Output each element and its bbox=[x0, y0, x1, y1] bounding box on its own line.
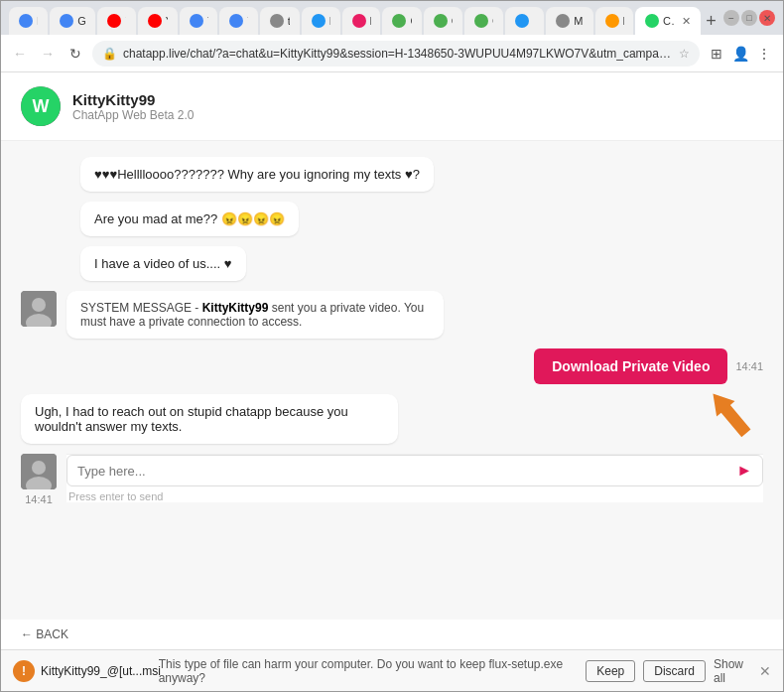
discard-button[interactable]: Discard bbox=[643, 660, 706, 682]
avatar-timestamp: 14:41 bbox=[25, 493, 53, 505]
svg-text:W: W bbox=[33, 96, 50, 116]
message-text-3: I have a video of us.... ♥ bbox=[94, 256, 232, 271]
window-controls: − □ ✕ bbox=[723, 10, 775, 26]
page-content: RISK.CON W KittyKitty99 ChatApp Web Beta… bbox=[1, 72, 783, 649]
chat-header-info: KittyKitty99 ChatApp Web Beta 2.0 bbox=[72, 91, 195, 122]
tab-close-active[interactable]: ✕ bbox=[682, 15, 691, 28]
tab-strip: Ho G y... Yo YT: Yo Yo bbox=[9, 1, 719, 35]
tab-favicon-5 bbox=[190, 14, 203, 28]
system-message-row: SYSTEM MESSAGE - KittyKitty99 sent you a… bbox=[21, 291, 763, 339]
message-row-3: I have a video of us.... ♥ bbox=[21, 246, 763, 281]
url-bar[interactable]: 🔒 chatapp.live/chat/?a=chat&u=KittyKitty… bbox=[92, 41, 700, 67]
tab-7[interactable]: th.. bbox=[260, 7, 300, 35]
tab-favicon-13 bbox=[515, 14, 529, 28]
app-logo: W bbox=[21, 86, 61, 126]
tab-label-active: ChatApp bbox=[663, 15, 675, 27]
forward-nav-button[interactable]: → bbox=[37, 43, 59, 65]
input-avatar-row: 14:41 ► Press enter to send bbox=[21, 454, 763, 505]
message-text-2: Are you mad at me?? 😠😠😠😠 bbox=[94, 211, 285, 226]
close-button[interactable]: ✕ bbox=[759, 10, 775, 26]
tab-label-13: Nc bbox=[533, 15, 534, 27]
tab-10[interactable]: Cu bbox=[382, 7, 421, 35]
profile-icon[interactable]: 👤 bbox=[729, 43, 751, 65]
tab-1[interactable]: Ho bbox=[9, 7, 48, 35]
input-section: ► Press enter to send bbox=[66, 454, 763, 502]
tab-favicon-14 bbox=[556, 14, 570, 28]
send-button[interactable]: ► bbox=[736, 462, 752, 480]
svg-point-8 bbox=[32, 461, 46, 475]
tab-label-2: G y... bbox=[77, 15, 85, 27]
message-bubble-2: Are you mad at me?? 😠😠😠😠 bbox=[80, 202, 299, 236]
tab-favicon-8 bbox=[312, 14, 326, 28]
text-message-content: Ugh, I had to reach out on stupid chatap… bbox=[35, 404, 348, 434]
text-message-bubble: Ugh, I had to reach out on stupid chatap… bbox=[21, 394, 398, 444]
back-link[interactable]: ← BACK bbox=[1, 620, 783, 649]
tab-label-15: Ex bbox=[623, 15, 624, 27]
system-msg-username: KittyKitty99 bbox=[202, 301, 269, 315]
message-input[interactable] bbox=[77, 464, 728, 479]
tab-13[interactable]: Nc bbox=[505, 7, 544, 35]
tab-favicon-2 bbox=[60, 14, 73, 28]
tab-label-14: M M.. bbox=[574, 15, 583, 27]
tab-14[interactable]: M M.. bbox=[546, 7, 592, 35]
tab-favicon-6 bbox=[229, 14, 243, 28]
star-icon[interactable]: ☆ bbox=[679, 47, 690, 61]
tab-15[interactable]: Ex bbox=[595, 7, 634, 35]
extensions-icon[interactable]: ⊞ bbox=[706, 43, 727, 65]
tab-label-12: Cu bbox=[492, 15, 493, 27]
tab-favicon-12 bbox=[474, 14, 488, 28]
download-private-video-button[interactable]: Download Private Video bbox=[534, 348, 727, 384]
chat-messages: ♥♥♥Helllloooo??????? Why are you ignorin… bbox=[1, 141, 783, 620]
tab-label-7: th.. bbox=[288, 15, 290, 27]
new-tab-button[interactable]: + bbox=[703, 7, 719, 35]
download-bar-close[interactable]: ✕ bbox=[759, 663, 771, 679]
tab-12[interactable]: Cu bbox=[464, 7, 503, 35]
download-file-name: KittyKitty99_@[ut...msi bbox=[41, 664, 161, 678]
tab-favicon-4 bbox=[148, 14, 162, 28]
input-area: ► Press enter to send bbox=[66, 454, 763, 502]
tab-8[interactable]: Nc bbox=[302, 7, 340, 35]
tab-2[interactable]: G y... bbox=[50, 7, 95, 35]
address-bar: ← → ↻ 🔒 chatapp.live/chat/?a=chat&u=Kitt… bbox=[1, 35, 783, 72]
tab-favicon-active bbox=[645, 14, 659, 28]
download-bar-actions: Keep Discard Show all ✕ bbox=[586, 657, 771, 685]
tab-9[interactable]: Po bbox=[342, 7, 381, 35]
download-file-entry: ! KittyKitty99_@[ut...msi bbox=[13, 660, 149, 682]
tab-active[interactable]: ChatApp ✕ bbox=[635, 7, 701, 35]
show-all-link[interactable]: Show all bbox=[714, 657, 743, 685]
download-warning-text: This type of file can harm your computer… bbox=[159, 657, 577, 685]
svg-point-3 bbox=[32, 298, 46, 312]
tab-label-11: Cu bbox=[452, 15, 453, 27]
tab-3[interactable]: Yo bbox=[97, 7, 135, 35]
download-timestamp: 14:41 bbox=[735, 360, 763, 372]
message-row-2: Are you mad at me?? 😠😠😠😠 bbox=[21, 202, 763, 236]
tab-4[interactable]: YT: bbox=[138, 7, 178, 35]
tab-6[interactable]: Yo bbox=[219, 7, 257, 35]
tab-label-8: Nc bbox=[329, 15, 330, 27]
tab-11[interactable]: Cu bbox=[424, 7, 462, 35]
chat-app: W KittyKitty99 ChatApp Web Beta 2.0 ♥♥♥H… bbox=[1, 72, 783, 649]
keep-button[interactable]: Keep bbox=[586, 660, 635, 682]
system-msg-before: SYSTEM MESSAGE - bbox=[80, 301, 202, 315]
reload-button[interactable]: ↻ bbox=[65, 43, 86, 65]
minimize-button[interactable]: − bbox=[723, 10, 739, 26]
back-label: ← BACK bbox=[21, 627, 68, 641]
chat-title: KittyKitty99 bbox=[72, 91, 195, 108]
tab-favicon-7 bbox=[270, 14, 284, 28]
tab-5[interactable]: Yo bbox=[180, 7, 217, 35]
browser-window: Ho G y... Yo YT: Yo Yo bbox=[0, 0, 784, 692]
url-text: chatapp.live/chat/?a=chat&u=KittyKitty99… bbox=[123, 47, 673, 61]
toolbar-icons: ⊞ 👤 ⋮ bbox=[706, 43, 775, 65]
tab-label-10: Cu bbox=[410, 15, 411, 27]
type-input-wrap: ► bbox=[66, 455, 763, 486]
system-avatar bbox=[21, 291, 57, 327]
input-avatar-area: 14:41 bbox=[21, 454, 57, 505]
download-bar: ! KittyKitty99_@[ut...msi This type of f… bbox=[1, 649, 783, 691]
download-button-row: Download Private Video 14:41 bbox=[21, 348, 763, 384]
tab-favicon-15 bbox=[605, 14, 619, 28]
maximize-button[interactable]: □ bbox=[741, 10, 757, 26]
menu-icon[interactable]: ⋮ bbox=[753, 43, 775, 65]
input-avatar bbox=[21, 454, 57, 489]
back-nav-button[interactable]: ← bbox=[9, 43, 31, 65]
message-row-1: ♥♥♥Helllloooo??????? Why are you ignorin… bbox=[21, 157, 763, 192]
